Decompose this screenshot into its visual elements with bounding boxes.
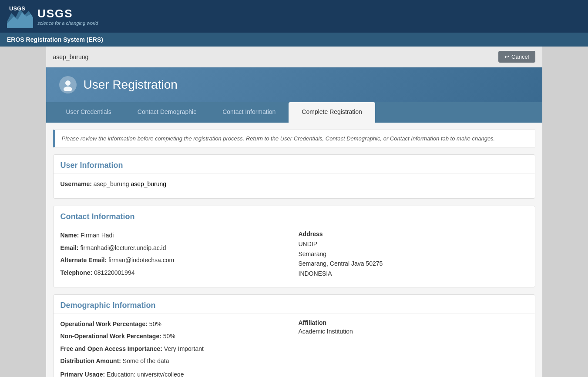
- usgs-logo-icon: USGS: [7, 4, 33, 28]
- address-line1: UNDIP: [299, 239, 528, 249]
- email-value: firmanhadi@lecturer.undip.ac.id: [80, 244, 166, 251]
- demographic-information-title: Demographic Information: [54, 295, 535, 314]
- user-information-title: User Information: [54, 155, 535, 174]
- address-line4: INDONESIA: [299, 269, 528, 278]
- alt-email-label: Alternate Email:: [60, 257, 107, 264]
- logo-area: USGS USGS science for a changing world: [7, 4, 98, 28]
- tab-user-credentials[interactable]: User Credentials: [53, 102, 124, 123]
- distribution-value: Some of the data: [123, 357, 169, 364]
- name-row: Name: Firman Hadi: [60, 230, 290, 240]
- user-icon: [59, 76, 77, 93]
- svg-point-5: [64, 87, 72, 91]
- tab-complete-registration[interactable]: Complete Registration: [289, 102, 375, 123]
- contact-info-left: Name: Firman Hadi Email: firmanhadi@lect…: [60, 230, 290, 280]
- op-work-pct-value: 50%: [149, 320, 161, 327]
- topbar-title: EROS Registration System (ERS): [7, 36, 103, 43]
- user-information-section: User Information Username: asep_burung a…: [53, 154, 535, 199]
- username-display: asep_burung: [53, 53, 89, 60]
- free-open-value: Very Important: [164, 345, 204, 352]
- demographic-info-left: Operational Work Percentage: 50% Non-Ope…: [60, 319, 290, 377]
- info-banner-text: Please review the information before com…: [62, 135, 495, 142]
- telephone-value: 081220001994: [94, 269, 134, 276]
- demographic-info-right: Affiliation Academic Institution: [299, 319, 528, 377]
- contact-information-body: Name: Firman Hadi Email: firmanhadi@lect…: [54, 225, 535, 287]
- username-row: Username: asep_burung asep_burung: [60, 179, 528, 189]
- site-header: USGS USGS science for a changing world: [0, 0, 588, 33]
- telephone-row: Telephone: 081220001994: [60, 268, 290, 277]
- tab-contact-demographic[interactable]: Contact Demographic: [124, 102, 209, 123]
- contact-information-title: Contact Information: [54, 206, 535, 225]
- free-open-label: Free and Open Access Importance:: [60, 345, 162, 352]
- username-label: Username:: [60, 180, 92, 187]
- undo-icon: ↩: [504, 53, 509, 60]
- non-op-work-pct-label: Non-Operational Work Percentage:: [60, 333, 161, 340]
- username-bar: asep_burung ↩ Cancel: [46, 47, 542, 67]
- primary-usage-value: Education: university/college: [107, 371, 184, 377]
- username-val-text: asep_burung: [131, 180, 166, 187]
- affiliation-value: Academic Institution: [299, 328, 528, 335]
- non-op-work-pct-row: Non-Operational Work Percentage: 50%: [60, 331, 290, 341]
- topbar: EROS Registration System (ERS): [0, 33, 588, 47]
- username-value: asep_burung: [94, 180, 129, 187]
- logo-text-area: USGS science for a changing world: [37, 7, 98, 26]
- alt-email-value: firman@indotechsa.com: [108, 257, 174, 264]
- logo-text: USGS: [37, 7, 73, 20]
- address-line3: Semarang, Central Java 50275: [299, 259, 528, 268]
- distribution-label: Distribution Amount:: [60, 357, 121, 364]
- logo-subtext: science for a changing world: [37, 20, 98, 26]
- svg-text:USGS: USGS: [9, 5, 25, 12]
- free-open-row: Free and Open Access Importance: Very Im…: [60, 344, 290, 354]
- address-label: Address: [299, 230, 528, 237]
- name-value: Firman Hadi: [81, 232, 114, 239]
- tab-contact-information[interactable]: Contact Information: [209, 102, 289, 123]
- op-work-pct-label: Operational Work Percentage:: [60, 320, 148, 327]
- contact-information-section: Contact Information Name: Firman Hadi Em…: [53, 206, 535, 287]
- demographic-information-body: Operational Work Percentage: 50% Non-Ope…: [54, 314, 535, 377]
- non-op-work-pct-value: 50%: [163, 333, 175, 340]
- page-title-area: User Registration: [46, 67, 542, 102]
- cancel-label: Cancel: [511, 53, 529, 60]
- distribution-row: Distribution Amount: Some of the data: [60, 356, 290, 366]
- main-container: asep_burung ↩ Cancel User Registration U…: [46, 47, 542, 377]
- op-work-pct-row: Operational Work Percentage: 50%: [60, 319, 290, 329]
- primary-usage-label: Primary Usage:: [60, 371, 105, 377]
- content-area: Please review the information before com…: [46, 123, 542, 377]
- telephone-label: Telephone:: [60, 269, 93, 276]
- name-label: Name:: [60, 232, 79, 239]
- cancel-button[interactable]: ↩ Cancel: [498, 51, 535, 63]
- user-information-body: Username: asep_burung asep_burung: [54, 174, 535, 198]
- info-banner: Please review the information before com…: [53, 130, 535, 147]
- tabs-bar: User Credentials Contact Demographic Con…: [46, 102, 542, 123]
- affiliation-label: Affiliation: [299, 319, 528, 326]
- contact-info-right: Address UNDIP Semarang Semarang, Central…: [299, 230, 528, 280]
- demographic-information-section: Demographic Information Operational Work…: [53, 294, 535, 377]
- email-label: Email:: [60, 244, 79, 251]
- email-row: Email: firmanhadi@lecturer.undip.ac.id: [60, 243, 290, 253]
- svg-point-4: [65, 80, 71, 86]
- primary-usage-row: Primary Usage: Education: university/col…: [60, 370, 290, 377]
- page-title: User Registration: [84, 78, 178, 92]
- alt-email-row: Alternate Email: firman@indotechsa.com: [60, 255, 290, 265]
- address-line2: Semarang: [299, 249, 528, 259]
